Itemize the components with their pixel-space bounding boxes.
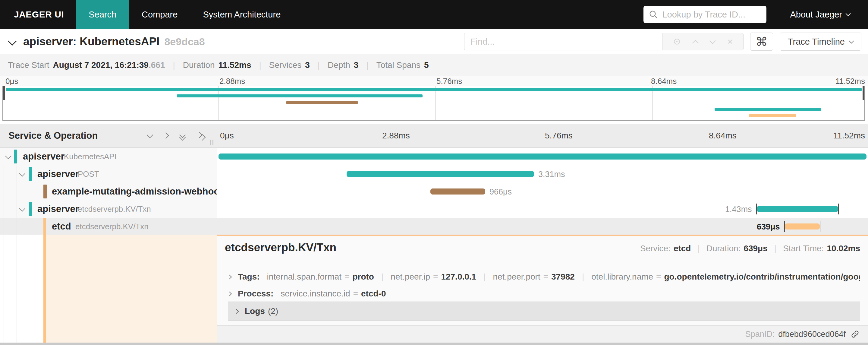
service-operation-title: Service & Operation (8, 130, 98, 141)
trace-id-lookup-placeholder: Lookup by Trace ID... (662, 10, 745, 20)
depth-value: 3 (354, 60, 359, 70)
trace-minimap[interactable] (2, 86, 865, 121)
tree-guide-line (31, 183, 31, 235)
trace-title: apiserver: KubernetesAPI (23, 35, 159, 48)
span-bar[interactable]: 639μs (785, 224, 820, 230)
process-label: Process: (238, 289, 273, 298)
span-color-stripe (43, 184, 47, 198)
collapse-trace-button[interactable] (9, 38, 16, 46)
span-operation: KubernetesAPI (64, 152, 117, 161)
column-divider (217, 124, 217, 235)
find-next-icon[interactable] (710, 37, 716, 44)
tree-guide-line (4, 235, 4, 343)
collapse-all-icon[interactable] (180, 133, 186, 139)
services-label: Services (269, 60, 301, 70)
tree-guide-line (4, 165, 4, 235)
span-duration-label: 1.43ms (725, 205, 752, 214)
span-bar[interactable]: 966μs (430, 189, 485, 195)
chevron-down-icon[interactable] (6, 154, 10, 160)
duration-value: 11.52ms (218, 60, 251, 70)
ruler-tick-4: 11.52ms (835, 77, 865, 86)
ruler-tick-3: 8.64ms (651, 77, 677, 86)
span-operation: POST (78, 170, 99, 179)
detail-duration-label: Duration: (707, 244, 741, 253)
detail-duration-value: 639μs (744, 244, 767, 253)
top-nav: JAEGER UI Search Compare System Architec… (0, 0, 868, 29)
nav-item-system-architecture[interactable]: System Architecture (190, 0, 293, 29)
column-resize-handle[interactable] (210, 140, 213, 145)
find-input[interactable]: Find... (464, 33, 662, 50)
search-icon (649, 10, 658, 19)
span-id-label: SpanID: (745, 329, 775, 339)
chevron-down-icon (849, 38, 854, 44)
detail-bottom-border (0, 343, 868, 345)
tree-guide-line (17, 235, 17, 343)
keyboard-shortcuts-button[interactable]: ⌘ (750, 33, 773, 51)
trace-start-ms: .661 (149, 60, 165, 70)
process-accordion[interactable]: Process: service.instance.id=etcd-0 (228, 286, 860, 301)
find-bar: Find... × (464, 33, 744, 50)
span-duration-label: 639μs (757, 222, 780, 232)
tags-accordion[interactable]: Tags: internal.span.format=proto | net.p… (228, 268, 860, 286)
trace-id-lookup-input[interactable]: Lookup by Trace ID... (644, 6, 767, 23)
span-bar[interactable] (218, 153, 866, 160)
chevron-down-icon[interactable] (20, 206, 24, 212)
nav-item-search[interactable]: Search (76, 0, 129, 29)
span-color-stripe (14, 150, 17, 164)
span-row-apiserver-kubernetesapi[interactable]: apiserver KubernetesAPI (0, 148, 868, 165)
chevron-down-icon (8, 36, 17, 46)
span-row-apiserver-post[interactable]: apiserver POST 3.31ms (0, 165, 868, 183)
detail-divider (225, 262, 860, 262)
span-service: etcd (52, 221, 71, 232)
view-selector-label: Trace Timeline (788, 37, 845, 47)
span-rows: apiserver KubernetesAPI apiserver POST 3… (0, 148, 868, 235)
ruler-tick-0: 0μs (5, 77, 18, 86)
minimap-span-root (6, 88, 862, 91)
span-bar[interactable]: 3.31ms (347, 171, 534, 177)
detail-operation-title: etcdserverpb.KV/Txn (225, 241, 336, 254)
chevron-down-icon (846, 11, 851, 16)
span-bar[interactable]: 1.43ms (757, 206, 838, 212)
minimap-span-etcd (749, 114, 796, 117)
app-brand: JAEGER UI (14, 9, 64, 20)
trace-start-value: August 7 2021, 16:21:39 (53, 60, 149, 70)
command-icon: ⌘ (755, 35, 768, 49)
expand-one-icon[interactable] (163, 133, 169, 139)
minimap-span-txn (715, 108, 821, 111)
minimap-right-handle[interactable] (863, 86, 864, 100)
trace-id: 8e9dca8 (164, 36, 205, 48)
summary-trace-start: Trace Start August 7 2021, 16:21:39 .661 (8, 60, 165, 70)
span-row-webhook[interactable]: example-mutating-admission-webhook... 96… (0, 183, 868, 200)
ruler-tick-1: 2.88ms (219, 77, 245, 86)
detail-left-column (0, 235, 217, 343)
trace-header: apiserver: KubernetesAPI 8e9dca8 Find...… (0, 29, 868, 55)
logs-accordion[interactable]: Logs (2) (228, 301, 860, 321)
span-color-stripe (29, 167, 32, 181)
about-jaeger-menu[interactable]: About Jaeger (790, 10, 850, 20)
depth-label: Depth (328, 60, 350, 70)
collapse-one-icon[interactable] (147, 132, 153, 138)
minimap-span-webhook (286, 101, 358, 104)
service-operation-header: Service & Operation (0, 124, 217, 147)
focus-target-icon[interactable] (673, 38, 681, 46)
span-row-etcd-txn[interactable]: etcd etcdserverpb.KV/Txn 639μs (0, 218, 868, 235)
span-row-apiserver-txn[interactable]: apiserver etcdserverpb.KV/Txn 1.43ms (0, 200, 868, 218)
nav-item-compare[interactable]: Compare (129, 0, 190, 29)
logs-label: Logs (245, 307, 265, 316)
span-operation: etcdserverpb.KV/Txn (78, 204, 151, 214)
copy-link-icon[interactable] (850, 329, 860, 339)
find-prev-icon[interactable] (692, 39, 699, 46)
expand-all-icon[interactable] (197, 133, 203, 139)
minimap-left-handle[interactable] (3, 86, 5, 100)
timeline-tick-4: 11.52ms (833, 131, 865, 141)
view-selector-button[interactable]: Trace Timeline (780, 33, 861, 51)
span-id-value: dfbebd960ced064f (778, 329, 846, 339)
find-clear-icon[interactable]: × (727, 36, 733, 47)
summary-total-spans: Total Spans 5 (376, 60, 429, 70)
chevron-down-icon[interactable] (20, 171, 24, 177)
summary-depth: Depth 3 (328, 60, 358, 70)
total-spans-label: Total Spans (376, 60, 421, 70)
detail-service-label: Service: (640, 244, 671, 253)
span-operation: etcdserverpb.KV/Txn (75, 222, 149, 231)
logs-count: (2) (268, 307, 278, 316)
